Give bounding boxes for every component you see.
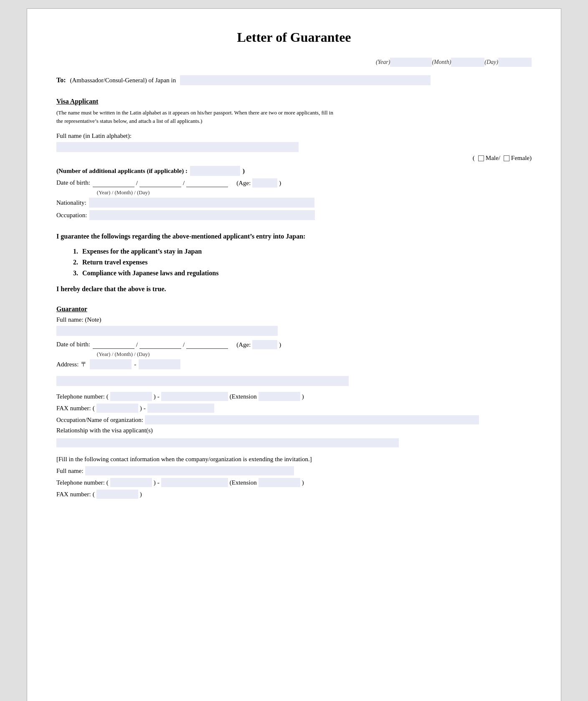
age-input[interactable] [252,178,277,188]
dob-day-input[interactable] [186,179,228,187]
item2-num: 2. [73,259,78,266]
gender-row: ( Male/ Female) [56,155,532,162]
dob-sep1: / [136,180,138,187]
ext-input[interactable] [259,392,300,401]
occupation-input[interactable] [89,210,315,220]
dob-year-input[interactable] [93,179,134,187]
rel-label: Relationship with the visa applicant(s) [56,427,153,434]
nationality-label: Nationality: [56,199,86,206]
org-row: Occupation/Name of organization: [56,415,532,424]
address-section: Address: 〒 - [56,359,532,388]
guarantor-fullname-input-row [56,326,532,336]
to-input[interactable] [180,75,431,85]
fax-open: ( [93,405,95,412]
age-suffix: ) [279,180,281,187]
contact-tel-label: Telephone number: ( [56,479,109,486]
occupation-row: Occupation: [56,210,532,220]
declare-statement: I hereby declare that the above is true. [56,285,532,293]
contact-tel-area[interactable] [110,478,152,487]
contact-ext-input[interactable] [259,478,300,487]
occupation-label: Occupation: [56,212,87,219]
additional-label: (Number of additional applicants (if app… [56,168,188,175]
guarantor-dob-year[interactable] [93,340,134,349]
address-label: Address: [56,361,79,368]
contact-fullname-input[interactable] [85,466,294,475]
male-checkbox[interactable] [478,155,484,161]
visa-applicant-section: Visa Applicant (The name must be written… [56,98,532,220]
guarantor-fullname-row: Full name: (Note) [56,316,532,323]
dob-fields: / / (Age: ) (Year) / (Month) / (Day) [93,178,281,196]
fax-close: ) [140,405,142,412]
fax-number-input[interactable] [147,404,214,413]
dob-label: Date of birth: [56,178,90,186]
guarantor-heading: Guarantor [56,305,532,313]
contact-ext-close: ) [302,479,304,486]
contact-ext-label: (Extension [230,479,257,486]
guarantee-item-2: 2. Return travel expenses [73,259,532,266]
fax-label: FAX number: [56,405,91,412]
female-label: Female) [511,155,532,162]
guarantee-list: 1. Expenses for the applicant’s stay in … [73,248,532,277]
day-input[interactable] [498,58,532,67]
item1-text: Expenses for the applicant’s stay in Jap… [82,248,202,255]
contact-tel-number[interactable] [161,478,228,487]
guarantor-age-group: (Age: ) [236,340,281,349]
org-input[interactable] [145,415,479,424]
address-postal-dash: - [134,361,136,368]
additional-row: (Number of additional applicants (if app… [56,166,532,176]
guarantor-dob-fields: / / (Age: ) (Year) / (Month) / (Day) [93,340,281,358]
date-row: (Year) (Month) (Day) [56,58,532,67]
postal-symbol: 〒 [81,361,87,368]
full-name-input[interactable] [56,142,299,152]
nationality-input[interactable] [89,198,314,208]
contact-fax-area[interactable] [96,490,138,499]
fax-dash: - [144,405,146,412]
female-checkbox[interactable] [504,155,509,161]
guarantor-fullname-input[interactable] [56,326,278,336]
contact-fax-close: ) [140,491,142,498]
tel-label: Telephone number: ( [56,393,109,400]
gender-open-paren: ( [473,155,475,162]
dob-age-line: / / (Age: ) [93,178,281,188]
visa-applicant-heading: Visa Applicant [56,98,532,105]
address-main-input[interactable] [56,376,349,386]
contact-note: [Fill in the following contact informati… [56,456,532,463]
guarantor-age-input[interactable] [252,340,277,349]
guarantor-section: Guarantor Full name: (Note) Date of birt… [56,305,532,447]
to-value: (Ambassador/Consul-General) of Japan in [70,77,176,84]
additional-input[interactable] [190,166,240,176]
fax-area-input[interactable] [96,404,138,413]
address-postal-input[interactable] [90,359,132,369]
address-postal-input2[interactable] [139,359,180,369]
contact-section: [Fill in the following contact informati… [56,456,532,499]
male-checkbox-item: Male/ [478,155,500,162]
contact-fullname-row: Full name: [56,466,532,475]
month-label: (Month) [432,59,451,66]
guarantor-age-suffix: ) [279,341,281,348]
dob-row: Date of birth: / / (Age: ) [56,178,532,196]
guarantor-dob-month[interactable] [139,340,181,349]
year-label: (Year) [376,59,390,66]
full-name-input-row [56,142,532,152]
to-label: To: [56,76,66,84]
female-checkbox-item: Female) [504,155,532,162]
male-label: Male/ [486,155,500,162]
tel-area-input[interactable] [110,392,152,401]
year-input[interactable] [390,58,432,67]
month-input[interactable] [451,58,484,67]
guarantor-dob-day[interactable] [186,340,228,349]
page-title: Letter of Guarantee [56,30,532,45]
contact-fax-label: FAX number: [56,491,91,498]
day-label: (Day) [484,59,498,66]
nationality-row: Nationality: [56,198,532,208]
ext-label: (Extension [230,393,257,400]
guarantor-fullname-label: Full name: (Note) [56,316,101,323]
tel-number-input[interactable] [161,392,228,401]
rel-input[interactable] [56,438,399,447]
item2-text: Return travel expenses [82,259,147,266]
contact-tel-close: ) [154,479,156,486]
age-group: (Age: ) [236,178,281,188]
age-label: (Age: [236,180,251,187]
dob-month-input[interactable] [139,179,181,187]
guarantor-age-label: (Age: [236,341,251,348]
